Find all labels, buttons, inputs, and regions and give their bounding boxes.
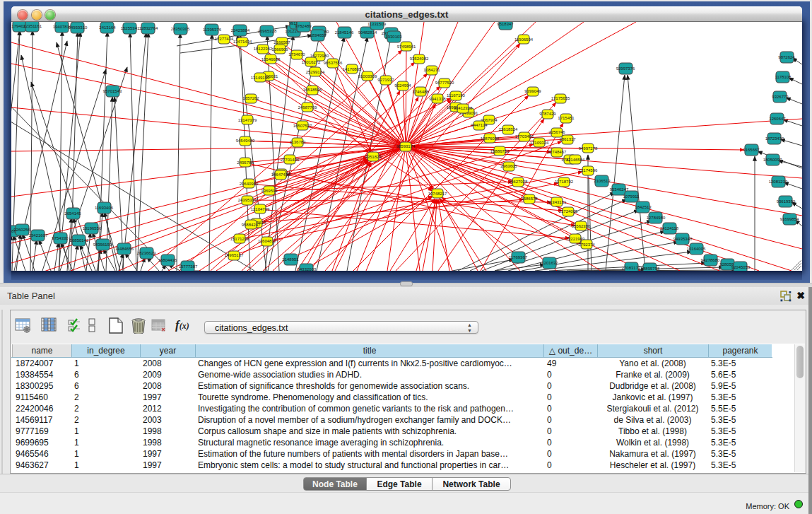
svg-text:1084271: 1084271 <box>423 68 440 72</box>
svg-text:2106513: 2106513 <box>594 179 611 183</box>
svg-text:1842513: 1842513 <box>635 205 652 209</box>
svg-text:9754330: 9754330 <box>52 236 69 240</box>
svg-text:11769367: 11769367 <box>509 255 528 259</box>
svg-text:98593174: 98593174 <box>396 144 416 148</box>
svg-text:10196556: 10196556 <box>83 226 102 230</box>
svg-text:93524082: 93524082 <box>410 57 429 61</box>
svg-text:9447134: 9447134 <box>471 123 488 127</box>
svg-text:1369594: 1369594 <box>261 189 278 193</box>
svg-text:28236629: 28236629 <box>137 251 156 255</box>
svg-text:18050097: 18050097 <box>763 158 782 162</box>
svg-text:92997376: 92997376 <box>616 66 635 71</box>
svg-text:94997278: 94997278 <box>579 146 598 151</box>
svg-text:17277434: 17277434 <box>215 37 234 41</box>
svg-text:1861317: 1861317 <box>559 137 576 141</box>
svg-text:97498941: 97498941 <box>397 45 416 49</box>
svg-text:1746488: 1746488 <box>412 90 429 94</box>
svg-text:15255341: 15255341 <box>121 26 140 30</box>
svg-text:2963605: 2963605 <box>500 164 517 168</box>
svg-text:9271937: 9271937 <box>377 78 394 82</box>
svg-text:2166587: 2166587 <box>273 40 290 45</box>
svg-text:12832764: 12832764 <box>139 26 158 30</box>
svg-text:9872624: 9872624 <box>778 55 795 59</box>
svg-text:1079911: 1079911 <box>623 194 640 199</box>
svg-text:1834657: 1834657 <box>310 33 326 37</box>
svg-text:16507527: 16507527 <box>293 124 312 128</box>
svg-text:23618324: 23618324 <box>499 127 518 132</box>
svg-text:14170805: 14170805 <box>343 67 362 71</box>
svg-text:1930103: 1930103 <box>385 35 402 39</box>
svg-text:2256746: 2256746 <box>548 130 565 134</box>
svg-text:9024994: 9024994 <box>394 83 411 88</box>
svg-text:23421607: 23421607 <box>29 233 48 238</box>
svg-text:9518347: 9518347 <box>497 22 514 26</box>
svg-text:1366909: 1366909 <box>271 47 288 52</box>
svg-text:15777387: 15777387 <box>179 264 198 269</box>
svg-text:17175655: 17175655 <box>551 96 570 100</box>
svg-text:91699854: 91699854 <box>780 217 799 221</box>
svg-text:94935348: 94935348 <box>673 237 693 241</box>
svg-text:17109324: 17109324 <box>530 141 549 145</box>
svg-text:28350305: 28350305 <box>171 27 190 31</box>
svg-text:1201632: 1201632 <box>541 261 558 265</box>
svg-text:11693406: 11693406 <box>95 206 114 210</box>
svg-text:1178108: 1178108 <box>775 75 792 79</box>
svg-text:9399049: 9399049 <box>524 89 541 93</box>
svg-text:13147379: 13147379 <box>238 118 257 122</box>
svg-text:9165667: 9165667 <box>743 148 760 152</box>
svg-text:1657262: 1657262 <box>242 96 259 100</box>
svg-text:98356159: 98356159 <box>93 243 112 247</box>
svg-text:2586578: 2586578 <box>521 197 538 201</box>
svg-text:96537556: 96537556 <box>324 61 343 65</box>
svg-text:9787429: 9787429 <box>539 112 556 116</box>
svg-text:2495788: 2495788 <box>237 160 254 165</box>
svg-text:21724005: 21724005 <box>559 209 578 214</box>
svg-text:2148951: 2148951 <box>282 257 299 262</box>
svg-text:16804436: 16804436 <box>158 258 177 262</box>
svg-text:2413164: 2413164 <box>99 25 116 30</box>
svg-text:26965328: 26965328 <box>258 29 277 33</box>
svg-text:16518506: 16518506 <box>303 88 322 92</box>
svg-text:26627028: 26627028 <box>509 180 528 184</box>
svg-text:10164005: 10164005 <box>687 247 706 251</box>
svg-text:94549480: 94549480 <box>236 139 255 143</box>
svg-text:18723430: 18723430 <box>765 136 784 141</box>
svg-text:13149190: 13149190 <box>251 76 270 80</box>
svg-text:92748467: 92748467 <box>548 150 567 154</box>
svg-text:1136783: 1136783 <box>290 140 307 144</box>
svg-text:11718702: 11718702 <box>555 180 574 184</box>
svg-text:18122362: 18122362 <box>254 47 273 51</box>
svg-text:12784980: 12784980 <box>647 216 666 220</box>
svg-text:26850142: 26850142 <box>70 238 89 243</box>
svg-text:11167190: 11167190 <box>447 93 465 98</box>
svg-text:22423884: 22423884 <box>231 28 250 33</box>
svg-text:90482814: 90482814 <box>358 30 377 35</box>
svg-text:11484656: 11484656 <box>115 247 134 251</box>
svg-text:24395339: 24395339 <box>238 198 257 202</box>
svg-text:95884247: 95884247 <box>242 223 261 227</box>
svg-text:24987769: 24987769 <box>298 105 317 110</box>
svg-text:1715451: 1715451 <box>558 116 575 120</box>
svg-text:12174596: 12174596 <box>579 168 598 173</box>
svg-text:93412328: 93412328 <box>454 106 473 110</box>
svg-text:10546688: 10546688 <box>261 57 281 62</box>
svg-text:21845146: 21845146 <box>335 30 354 35</box>
svg-text:11331509: 11331509 <box>367 22 387 26</box>
svg-text:11395376: 11395376 <box>203 28 222 32</box>
svg-text:95701543: 95701543 <box>103 89 122 93</box>
svg-text:9326773: 9326773 <box>772 95 789 99</box>
svg-text:14965137: 14965137 <box>225 253 244 257</box>
svg-text:1260647: 1260647 <box>769 117 786 121</box>
svg-text:25299124: 25299124 <box>306 70 325 74</box>
svg-text:2654145: 2654145 <box>64 211 81 216</box>
svg-text:10876038: 10876038 <box>481 136 500 141</box>
svg-text:12351161: 12351161 <box>23 24 42 28</box>
svg-text:91343161: 91343161 <box>548 200 567 204</box>
svg-text:19016272: 19016272 <box>302 60 321 64</box>
svg-text:94777520: 94777520 <box>435 81 454 85</box>
svg-text:95562386: 95562386 <box>572 224 591 228</box>
svg-text:94278680: 94278680 <box>701 258 720 262</box>
svg-text:24124118: 24124118 <box>660 226 679 230</box>
svg-text:2792374: 2792374 <box>578 243 595 247</box>
svg-text:14647436: 14647436 <box>271 173 290 177</box>
